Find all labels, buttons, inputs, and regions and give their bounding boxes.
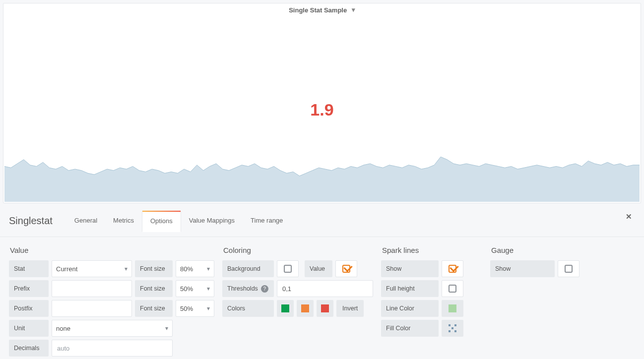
- prefix-input[interactable]: [52, 280, 132, 297]
- chevron-down-icon: ▾: [125, 265, 128, 272]
- gauge-show-label: Show: [490, 260, 555, 277]
- gauge-show-checkbox[interactable]: [558, 260, 580, 277]
- color-swatch-3[interactable]: [317, 300, 333, 317]
- tab-time-range[interactable]: Time range: [243, 211, 291, 232]
- close-icon[interactable]: ✕: [626, 212, 632, 221]
- spark-show-checkbox[interactable]: [442, 260, 463, 277]
- invert-button[interactable]: Invert: [336, 300, 364, 317]
- fill-icon: [449, 324, 456, 332]
- section-title-value: Value: [10, 246, 214, 254]
- prefix-fontsize-label: Font size: [135, 280, 173, 297]
- postfix-fontsize-label: Font size: [135, 300, 173, 317]
- postfix-fontsize-select[interactable]: 50%▾: [176, 300, 214, 317]
- help-icon[interactable]: ?: [261, 285, 268, 293]
- chevron-down-icon: ▾: [207, 265, 210, 272]
- thresholds-label: Thresholds ?: [222, 280, 274, 297]
- singlestat-value: 1.9: [3, 100, 641, 120]
- section-title-coloring: Coloring: [223, 246, 373, 254]
- tab-general[interactable]: General: [66, 211, 105, 232]
- decimals-input[interactable]: [52, 340, 173, 357]
- chevron-down-icon: ▾: [207, 305, 210, 312]
- unit-label: Unit: [9, 320, 49, 337]
- color-swatch-2[interactable]: [297, 300, 314, 317]
- postfix-input[interactable]: [52, 300, 132, 317]
- singlestat-panel: Single Stat Sample ▾ 1.9: [3, 3, 641, 203]
- line-color-label: Line Color: [381, 300, 439, 317]
- chevron-down-icon: ▾: [207, 285, 210, 292]
- unit-select[interactable]: none▾: [52, 320, 173, 337]
- spark-show-label: Show: [381, 260, 439, 277]
- chevron-down-icon: ▾: [352, 6, 355, 13]
- color-swatch-1[interactable]: [277, 300, 294, 317]
- tab-options[interactable]: Options: [142, 211, 181, 232]
- prefix-label: Prefix: [9, 280, 49, 297]
- tab-value-mappings[interactable]: Value Mappings: [181, 211, 243, 232]
- spark-full-checkbox[interactable]: [442, 280, 463, 297]
- editor-tabs: GeneralMetricsOptionsValue MappingsTime …: [66, 210, 291, 232]
- panel-title[interactable]: Single Stat Sample ▾: [3, 3, 641, 14]
- line-color-picker[interactable]: [442, 300, 463, 317]
- section-title-gauge: Gauge: [491, 246, 591, 254]
- spark-full-label: Full height: [381, 280, 439, 297]
- chevron-down-icon: ▾: [165, 325, 168, 332]
- postfix-label: Postfix: [9, 300, 49, 317]
- thresholds-input[interactable]: [277, 280, 373, 297]
- fill-color-label: Fill Color: [381, 320, 439, 337]
- tab-metrics[interactable]: Metrics: [105, 211, 142, 232]
- prefix-fontsize-select[interactable]: 50%▾: [176, 280, 214, 297]
- panel-title-text: Single Stat Sample: [289, 6, 347, 14]
- fill-color-picker[interactable]: [442, 320, 463, 337]
- colors-label: Colors: [222, 300, 274, 317]
- stat-select[interactable]: Current▾: [52, 260, 132, 277]
- section-title-spark: Spark lines: [382, 246, 482, 254]
- stat-fontsize-select[interactable]: 80%▾: [176, 260, 214, 277]
- decimals-label: Decimals: [9, 340, 49, 357]
- stat-fontsize-label: Font size: [135, 260, 173, 277]
- plugin-name: Singlestat: [9, 215, 53, 227]
- stat-label: Stat: [9, 260, 49, 277]
- editor-header: Singlestat GeneralMetricsOptionsValue Ma…: [0, 203, 644, 237]
- background-checkbox[interactable]: [277, 260, 299, 277]
- background-label: Background: [222, 260, 274, 277]
- value-color-label: Value: [305, 260, 332, 277]
- sparkline: [4, 147, 640, 202]
- value-color-checkbox[interactable]: [335, 260, 357, 277]
